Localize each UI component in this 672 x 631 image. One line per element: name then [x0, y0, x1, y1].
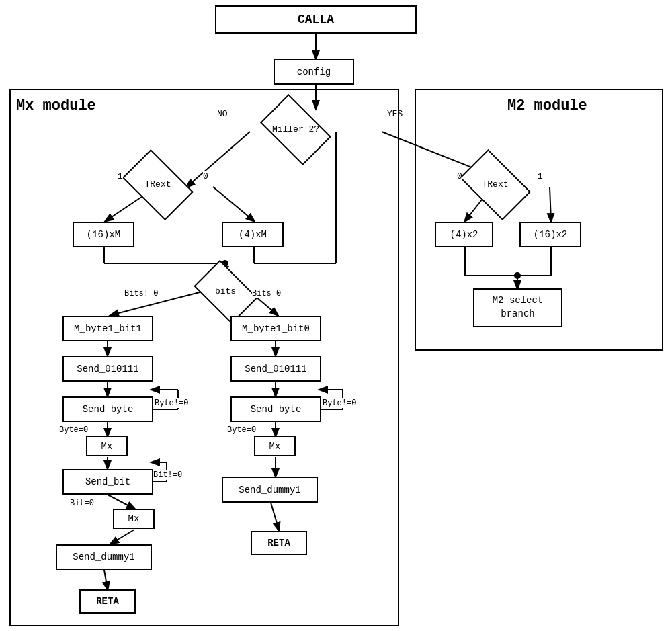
m2-module-title: M2 module	[507, 97, 587, 114]
calla-box: CALLA	[215, 5, 417, 34]
trext-mx-label: TRext	[144, 179, 171, 190]
config-box: config	[274, 59, 354, 85]
mx-module-title: Mx module	[16, 97, 96, 114]
calla-label: CALLA	[298, 13, 334, 26]
trext-m2-label: TRext	[482, 179, 508, 190]
m2-module-box	[415, 89, 663, 351]
bits-label: bits	[215, 286, 236, 297]
mx-module-box	[9, 89, 399, 626]
miller-label: Miller=2?	[272, 124, 319, 135]
diagram: CALLA config Miller=2? NO YES TRext 1 0 …	[0, 0, 672, 631]
config-label: config	[297, 67, 331, 77]
